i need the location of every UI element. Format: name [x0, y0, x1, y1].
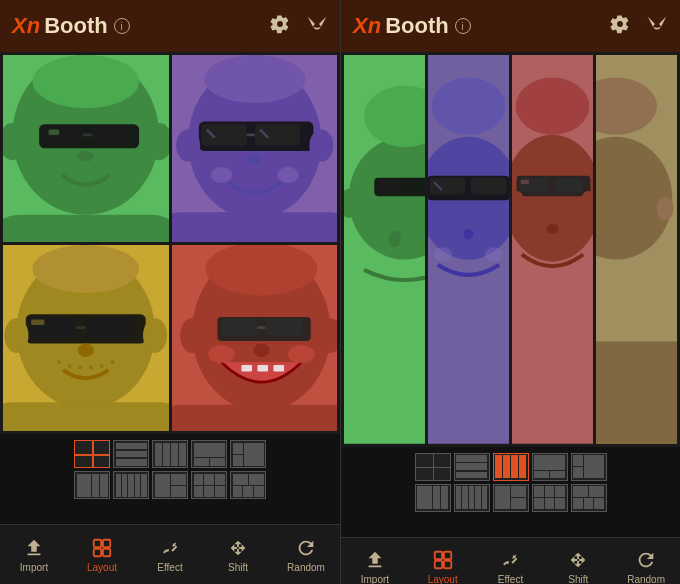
photo-col-purple	[428, 55, 509, 444]
layout-thumb-23mix[interactable]	[230, 471, 266, 499]
right-layout-thumb-mix1[interactable]	[493, 484, 529, 512]
toolbar-layout-right[interactable]: Layout	[418, 549, 468, 584]
effect-icon-left	[159, 537, 181, 559]
info-button-right[interactable]: i	[455, 18, 471, 34]
toolbar-import-left[interactable]: Import	[9, 537, 59, 573]
svg-point-68	[659, 22, 662, 25]
toolbar-effect-left[interactable]: Effect	[145, 537, 195, 573]
logo-booth-right: Booth	[385, 13, 449, 39]
layout-thumb-3h[interactable]	[113, 440, 149, 468]
layout-label-left: Layout	[87, 562, 117, 573]
settings-icon-right[interactable]	[610, 14, 630, 39]
photo-red	[172, 245, 338, 432]
svg-point-43	[32, 245, 139, 293]
toolbar-random-left[interactable]: Random	[281, 537, 331, 573]
svg-rect-6	[92, 127, 129, 143]
toolbar-random-right[interactable]: Random	[621, 549, 671, 584]
right-layout-thumb-4v[interactable]	[493, 453, 529, 481]
toolbar-effect-right[interactable]: Effect	[485, 549, 535, 584]
svg-rect-62	[172, 404, 338, 431]
svg-rect-28	[172, 212, 338, 241]
photo-col-tan	[596, 55, 677, 444]
right-layout-thumb-23mix[interactable]	[571, 484, 607, 512]
left-toolbar: Import Layout Effect Shift	[0, 524, 340, 584]
svg-rect-64	[103, 539, 110, 546]
logo-xn-left: Xn	[12, 13, 40, 39]
svg-point-37	[68, 364, 72, 368]
svg-rect-103	[444, 552, 451, 559]
svg-point-44	[4, 318, 28, 353]
shift-label-right: Shift	[568, 574, 588, 584]
right-layout-thumb-5v[interactable]	[454, 484, 490, 512]
svg-point-41	[110, 360, 114, 364]
right-layout-row-1	[415, 453, 607, 481]
right-layout-thumb-lt2b[interactable]	[532, 453, 568, 481]
toolbar-import-right[interactable]: Import	[350, 549, 400, 584]
mask-icon-left[interactable]	[306, 14, 328, 39]
import-label-left: Import	[20, 562, 48, 573]
svg-point-101	[657, 196, 673, 221]
layout-row-2	[74, 471, 266, 499]
info-button-left[interactable]: i	[114, 18, 130, 34]
left-panel: Xn Booth i	[0, 0, 340, 584]
svg-point-9	[78, 151, 94, 162]
svg-rect-90	[555, 178, 584, 192]
layout-thumb-4v[interactable]	[152, 440, 188, 468]
svg-rect-100	[596, 341, 677, 443]
random-icon-left	[295, 537, 317, 559]
layout-thumb-2lr[interactable]	[230, 440, 266, 468]
svg-point-45	[143, 318, 167, 353]
right-panel: Xn Booth i	[340, 0, 680, 584]
import-icon-right	[364, 549, 386, 571]
svg-rect-33	[86, 316, 134, 337]
layout-thumb-mix1[interactable]	[152, 471, 188, 499]
svg-point-73	[389, 231, 401, 247]
photo-yellow	[3, 245, 169, 432]
photo-col-green	[344, 55, 425, 444]
toolbar-layout-left[interactable]: Layout	[77, 537, 127, 573]
effect-label-right: Effect	[498, 574, 523, 584]
layout-thumb-3x2[interactable]	[191, 471, 227, 499]
right-layout-thumb-3cv[interactable]	[415, 484, 451, 512]
layout-thumb-3cv[interactable]	[74, 471, 110, 499]
svg-point-67	[652, 22, 655, 25]
svg-point-27	[309, 130, 333, 162]
svg-point-92	[546, 224, 558, 234]
layout-thumb-lt2b[interactable]	[191, 440, 227, 468]
photo-green	[3, 55, 169, 242]
right-layout-thumb-2x2[interactable]	[415, 453, 451, 481]
right-layout-thumb-2lr[interactable]	[571, 453, 607, 481]
svg-rect-18	[254, 124, 299, 145]
right-layout-thumb-3x2[interactable]	[532, 484, 568, 512]
photo-purple	[172, 55, 338, 242]
right-layout-thumb-3h[interactable]	[454, 453, 490, 481]
effect-icon-right	[499, 549, 521, 571]
layout-thumb-2x2[interactable]	[74, 440, 110, 468]
photo-col-salmon	[512, 55, 593, 444]
svg-rect-79	[430, 178, 466, 194]
layout-thumb-5v[interactable]	[113, 471, 149, 499]
mask-icon-right[interactable]	[646, 14, 668, 39]
left-header-icons	[270, 14, 328, 39]
svg-rect-50	[220, 319, 257, 335]
svg-point-23	[210, 167, 231, 183]
svg-point-60	[208, 344, 235, 363]
shift-label-left: Shift	[228, 562, 248, 573]
svg-point-39	[89, 365, 93, 369]
random-label-left: Random	[287, 562, 325, 573]
settings-icon-left[interactable]	[270, 14, 290, 39]
svg-rect-91	[521, 180, 529, 184]
layout-icon-left	[91, 537, 113, 559]
svg-rect-13	[3, 215, 169, 242]
layout-row-1	[74, 440, 266, 468]
svg-point-40	[100, 364, 104, 368]
import-icon-left	[23, 537, 45, 559]
svg-point-42	[78, 343, 94, 356]
svg-rect-65	[94, 548, 101, 555]
toolbar-shift-left[interactable]: Shift	[213, 537, 263, 573]
toolbar-shift-right[interactable]: Shift	[553, 549, 603, 584]
right-layout-row-2	[415, 484, 607, 512]
right-photo-grid	[341, 52, 680, 447]
svg-point-1	[319, 22, 322, 25]
svg-rect-46	[3, 402, 169, 431]
